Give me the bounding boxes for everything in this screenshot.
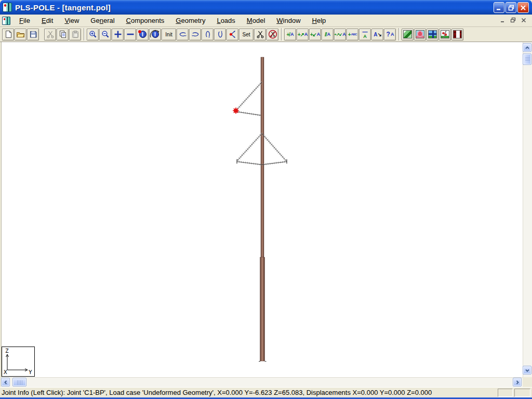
- scroll-right-button[interactable]: [513, 378, 522, 387]
- save-button[interactable]: [27, 29, 39, 41]
- rotate-left-button[interactable]: [177, 29, 189, 41]
- add-label-button[interactable]: +/A: [284, 29, 296, 41]
- pick-point-arrows-icon: [229, 30, 237, 38]
- plus-ne-arrow-glyph: +↗: [298, 32, 304, 37]
- model-canvas[interactable]: Z X Y: [1, 42, 523, 377]
- add-label-ne-button[interactable]: +↗A: [297, 29, 309, 41]
- geometry-view-button[interactable]: [402, 29, 414, 41]
- pole-lower-section[interactable]: [260, 257, 265, 361]
- copy-button[interactable]: [57, 29, 69, 41]
- label-all-button[interactable]: +ABC: [347, 29, 358, 41]
- zoom-out-button[interactable]: [99, 29, 111, 41]
- vertical-scroll-thumb[interactable]: [523, 54, 531, 65]
- perspective-view-button[interactable]: I: [137, 29, 149, 41]
- new-file-button[interactable]: [2, 29, 14, 41]
- menu-model[interactable]: Model: [241, 16, 271, 26]
- chevron-up-icon: [525, 46, 530, 50]
- init-geometry-button[interactable]: Init: [162, 29, 176, 41]
- plus-glyph: +: [348, 32, 351, 37]
- pick-joint-button[interactable]: [227, 29, 238, 41]
- vertical-scrollbar[interactable]: [523, 42, 532, 377]
- plus-icon: [114, 30, 122, 38]
- loads-view-button[interactable]: [427, 29, 438, 41]
- question-glyph: ?: [387, 32, 390, 37]
- paste-button[interactable]: [69, 29, 81, 41]
- menu-components[interactable]: Components: [121, 16, 170, 26]
- section-cut-button[interactable]: [254, 29, 266, 41]
- a-glyph: A: [304, 32, 308, 37]
- rotate-right-icon: [191, 30, 200, 38]
- set-view-button[interactable]: Set: [239, 29, 254, 41]
- minus-icon: [126, 30, 135, 38]
- open-folder-icon: [16, 30, 25, 38]
- reports-view-button[interactable]: [451, 29, 463, 41]
- window-title: PLS-POLE - [tangent.pol]: [15, 3, 111, 12]
- zoom-in-icon: [89, 30, 97, 38]
- scroll-left-button[interactable]: [1, 378, 10, 387]
- label-leader-button[interactable]: //A: [322, 29, 334, 41]
- app-icon: [3, 3, 12, 12]
- clipboard-icon: [71, 30, 79, 38]
- cut-button[interactable]: [44, 29, 56, 41]
- menu-bar-items: FileEditViewGeneralComponentsGeometryLoa…: [14, 16, 331, 26]
- restore-button[interactable]: [506, 2, 516, 13]
- menu-edit[interactable]: Edit: [36, 16, 59, 26]
- scrollbar-corner: [523, 377, 532, 387]
- pole-upper-section[interactable]: [261, 57, 264, 258]
- menu-window[interactable]: Window: [271, 16, 306, 26]
- toolbar-separator: [84, 28, 85, 41]
- horizontal-scroll-thumb[interactable]: [12, 378, 26, 387]
- label-help-button[interactable]: ?A: [384, 29, 396, 41]
- chevron-down-icon: [525, 368, 530, 373]
- axis-y-label: Y: [29, 369, 32, 376]
- rotate-up-button[interactable]: [202, 29, 214, 41]
- plus-sw-arrow-glyph: +↙: [310, 32, 316, 37]
- title-bar[interactable]: PLS-POLE - [tangent.pol]: [0, 0, 532, 15]
- a-glyph: A: [317, 32, 321, 37]
- mdi-minimize-button[interactable]: [498, 16, 507, 24]
- results-view-button[interactable]: [439, 29, 451, 41]
- rotate-up-icon: [204, 30, 212, 38]
- chevron-right-icon: [515, 380, 520, 385]
- clear-section-cut-button[interactable]: [267, 29, 278, 41]
- zoom-in-button[interactable]: [87, 29, 99, 41]
- minimize-icon: [496, 5, 502, 10]
- minimize-button[interactable]: [494, 2, 504, 13]
- zoom-step-out-button[interactable]: [124, 29, 136, 41]
- rotate-right-button[interactable]: [189, 29, 201, 41]
- menu-geometry[interactable]: Geometry: [170, 16, 211, 26]
- rotate-down-button[interactable]: [214, 29, 226, 41]
- pole-model-drawing: Z X Y: [2, 42, 523, 377]
- mdi-close-icon: [521, 18, 526, 23]
- remove-label-button[interactable]: — A: [359, 29, 371, 41]
- mdi-restore-button[interactable]: [509, 16, 517, 24]
- move-label-button[interactable]: +↗↙A: [334, 29, 346, 41]
- menu-file[interactable]: File: [14, 16, 36, 26]
- mdi-restore-icon: [510, 17, 516, 23]
- add-label-sw-button[interactable]: +↙A: [309, 29, 321, 41]
- open-file-button[interactable]: [15, 29, 26, 41]
- horizontal-scrollbar[interactable]: [1, 377, 523, 387]
- structure-view-button[interactable]: [414, 29, 426, 41]
- mdi-close-button[interactable]: [519, 16, 528, 24]
- menu-loads[interactable]: Loads: [211, 16, 241, 26]
- abc-glyph: ABC: [351, 32, 357, 37]
- menu-view[interactable]: View: [59, 16, 85, 26]
- menu-help[interactable]: Help: [307, 16, 332, 26]
- set-label: Set: [242, 32, 250, 37]
- davit-arm[interactable]: [236, 82, 262, 115]
- close-button[interactable]: [517, 2, 529, 13]
- zoom-out-icon: [101, 30, 110, 38]
- se-arrow-glyph: ↘: [377, 32, 381, 37]
- menu-bar: FileEditViewGeneralComponentsGeometryLoa…: [0, 15, 532, 27]
- drag-label-button[interactable]: A↘: [371, 29, 383, 41]
- mdi-minimize-icon: [500, 18, 506, 23]
- zoom-step-in-button[interactable]: [112, 29, 124, 41]
- menu-general[interactable]: General: [85, 16, 120, 26]
- scroll-up-button[interactable]: [523, 43, 531, 52]
- terrain-icon: [403, 30, 412, 38]
- axis-triad: Z X Y: [2, 347, 35, 377]
- initial-view-button[interactable]: I: [149, 29, 161, 41]
- minus-over-a-icon: — A: [363, 30, 368, 38]
- scroll-down-button[interactable]: [523, 366, 531, 375]
